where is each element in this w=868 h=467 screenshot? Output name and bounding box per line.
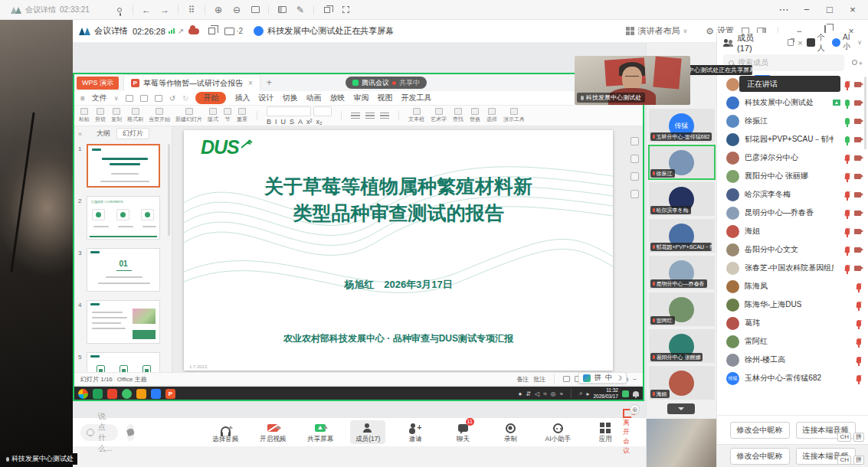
toolbar-button[interactable]: 录制 bbox=[493, 420, 528, 444]
search-icon[interactable]: ⌕ bbox=[579, 390, 582, 397]
wechat-icon[interactable] bbox=[122, 389, 132, 399]
document-tab[interactable]: P 草莓等作物暂—试研讨会报告 × bbox=[123, 74, 260, 91]
ribbon-button[interactable]: 替换 bbox=[470, 108, 480, 123]
rename-button[interactable]: 修改会中昵称 bbox=[730, 448, 790, 465]
battery-icon[interactable]: ◎ bbox=[551, 390, 556, 397]
rename-button[interactable]: 修改会中昵称 bbox=[730, 422, 790, 439]
actual-size-icon[interactable] bbox=[246, 4, 264, 16]
member-row[interactable]: 张春芝-中国农科院基因组所 bbox=[717, 259, 868, 277]
camera-icon[interactable] bbox=[854, 211, 861, 216]
slide-thumbnail-2[interactable]: 汇报内容 / CONTENTS bbox=[87, 196, 160, 240]
zoom-out-button[interactable]: − bbox=[633, 376, 637, 383]
format-button[interactable]: A bbox=[298, 119, 303, 126]
menu-tab[interactable]: 设计 bbox=[258, 93, 274, 103]
toolbar-button[interactable]: 邀请 bbox=[398, 420, 433, 444]
slide-thumbnail-5[interactable] bbox=[87, 352, 160, 372]
video-tile[interactable]: 海姐 bbox=[649, 366, 715, 400]
font-select[interactable] bbox=[267, 106, 311, 116]
notification-bell-icon[interactable] bbox=[633, 391, 639, 397]
maximize-icon[interactable]: □ bbox=[819, 4, 840, 16]
open-external-icon[interactable]: ↗ bbox=[178, 27, 184, 35]
chevron-up-icon[interactable] bbox=[276, 426, 280, 429]
monitor-icon[interactable] bbox=[224, 28, 234, 35]
collapse-tiles-button[interactable] bbox=[667, 403, 695, 414]
grid-view-icon[interactable]: ⠿ bbox=[182, 4, 201, 16]
camera-icon[interactable] bbox=[854, 229, 861, 234]
taskbar-app-icon[interactable] bbox=[107, 389, 117, 399]
member-row[interactable]: 陈海华-上海DUS bbox=[717, 296, 868, 314]
chevron-up-icon[interactable] bbox=[228, 426, 233, 429]
copy-layers-icon[interactable] bbox=[208, 28, 215, 34]
camera-icon[interactable] bbox=[854, 82, 861, 87]
add-member-icon[interactable] bbox=[850, 60, 861, 68]
member-row[interactable]: 昆明分中心—乔春香 bbox=[717, 204, 868, 222]
mic-icon[interactable] bbox=[857, 320, 861, 327]
menu-tab[interactable]: 审阅 bbox=[353, 93, 368, 103]
pin-icon[interactable] bbox=[110, 4, 129, 16]
member-row[interactable]: 科技发展中心测试处 bbox=[717, 93, 868, 112]
menu-tab[interactable]: 插入 bbox=[234, 93, 250, 103]
slide-thumbnail-4[interactable] bbox=[87, 300, 160, 344]
format-button[interactable]: S bbox=[290, 119, 294, 126]
back-icon[interactable]: ← bbox=[137, 4, 156, 16]
tab-close-icon[interactable]: × bbox=[248, 79, 253, 87]
member-row[interactable]: 郁花园+PVP+SCAU－郁书宏 bbox=[717, 130, 868, 149]
mic-icon[interactable] bbox=[857, 283, 861, 290]
new-tab-button[interactable]: + bbox=[267, 77, 272, 88]
mic-icon[interactable] bbox=[845, 100, 850, 106]
bullet-list-icon[interactable] bbox=[351, 113, 360, 119]
print-icon[interactable] bbox=[155, 95, 162, 102]
output-icon[interactable] bbox=[140, 95, 148, 102]
taskbar-app-icon[interactable] bbox=[151, 389, 161, 399]
member-row[interactable]: 哈尔滨李冬梅 bbox=[717, 185, 868, 204]
start-button-icon[interactable] bbox=[78, 389, 88, 399]
camera-icon[interactable] bbox=[854, 266, 861, 271]
forward-icon[interactable]: → bbox=[156, 4, 174, 16]
member-row[interactable]: 雷阿红 bbox=[717, 332, 868, 351]
ime-mode-button[interactable]: 拼 bbox=[594, 373, 601, 383]
mic-icon[interactable] bbox=[845, 247, 850, 253]
tray-icon[interactable]: ⇵ bbox=[526, 390, 531, 397]
camera-icon[interactable] bbox=[854, 137, 861, 142]
wifi-icon[interactable]: ≈ bbox=[543, 390, 546, 397]
camera-icon[interactable] bbox=[854, 192, 861, 198]
video-tile[interactable] bbox=[646, 419, 716, 467]
ribbon-button[interactable]: 演示工具 bbox=[503, 108, 525, 123]
wps-taskbar-icon[interactable]: P bbox=[165, 389, 175, 399]
ribbon-button[interactable]: 查找 bbox=[453, 108, 463, 123]
toolbar-button[interactable]: 11 聊天 bbox=[445, 420, 480, 444]
more-icon[interactable]: ⋯ bbox=[773, 4, 794, 16]
cloud-record-icon[interactable] bbox=[188, 28, 199, 34]
font-size-select[interactable] bbox=[313, 106, 332, 116]
menu-tab[interactable]: 开始 bbox=[195, 92, 226, 104]
ribbon-button[interactable]: 选择 bbox=[486, 108, 497, 123]
mic-icon[interactable] bbox=[857, 357, 861, 364]
member-row[interactable]: 传猛 玉林分中心-雷传猛682 bbox=[717, 369, 868, 387]
taskbar-clock[interactable]: 11:32 2026/03/17 bbox=[593, 387, 618, 400]
camera-icon[interactable] bbox=[854, 100, 861, 106]
member-row[interactable]: 徐振江 bbox=[717, 112, 868, 130]
slide-thumbnail-1[interactable] bbox=[87, 144, 160, 188]
ribbon-button[interactable]: 版式 bbox=[208, 108, 218, 123]
mic-icon[interactable] bbox=[845, 191, 850, 198]
popout-icon[interactable] bbox=[788, 39, 794, 46]
mic-icon[interactable] bbox=[857, 302, 861, 309]
menu-tab[interactable]: 动画 bbox=[306, 93, 321, 103]
transition-tool-icon[interactable] bbox=[631, 137, 639, 145]
camera-icon[interactable] bbox=[854, 155, 861, 161]
video-tile[interactable]: 郁花园+PVP+SCAU－郁书宏 bbox=[649, 219, 715, 253]
camera-icon[interactable] bbox=[854, 247, 861, 253]
undo-icon[interactable]: ↺ bbox=[169, 94, 175, 103]
mic-icon[interactable] bbox=[845, 118, 850, 125]
format-button[interactable]: I bbox=[275, 119, 277, 126]
fullscreen-icon[interactable] bbox=[336, 4, 355, 16]
member-row[interactable]: 岳阳分中心文文 bbox=[717, 240, 868, 259]
toolbar-button[interactable]: 成员(17) bbox=[350, 420, 385, 444]
layout-switcher[interactable]: 演讲者布局 ∨ bbox=[626, 25, 687, 37]
notes-toggle[interactable]: 备注 bbox=[516, 375, 529, 384]
taskbar-app-icon[interactable] bbox=[136, 389, 146, 399]
tab-ai-assistant[interactable]: AI小 bbox=[832, 33, 853, 52]
animation-tool-icon[interactable] bbox=[631, 155, 639, 163]
mic-icon[interactable] bbox=[845, 210, 850, 217]
video-tile[interactable]: 昆明分中心—乔春香 bbox=[649, 256, 715, 289]
